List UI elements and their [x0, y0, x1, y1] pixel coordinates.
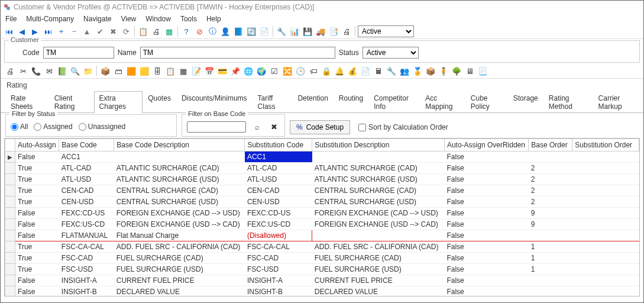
book2-icon[interactable]: 📗 [56, 65, 68, 77]
menu-view[interactable]: View [121, 15, 136, 23]
menu-file[interactable]: File [5, 15, 17, 23]
flow-icon[interactable]: 🔀 [281, 65, 293, 77]
menu-navigate[interactable]: Navigate [83, 15, 111, 23]
filter-clear-icon[interactable]: ✖ [269, 121, 280, 133]
tab-rating-method[interactable]: Rating Method [543, 91, 593, 113]
tab-detention[interactable]: Detention [292, 91, 333, 113]
menu-multi-company[interactable]: Multi-Company [26, 15, 74, 23]
status-filter-combo[interactable]: Active [358, 25, 414, 37]
globe2-icon[interactable]: 🌍 [255, 65, 267, 77]
table-row[interactable]: FalseFLATMANUALFlat Manual Charge(Disall… [5, 230, 639, 241]
tab-routing[interactable]: Routing [334, 91, 368, 113]
box1-icon[interactable]: 📦 [99, 65, 111, 77]
tools-icon[interactable]: 🔧 [276, 25, 287, 37]
monitor-icon[interactable]: ▦ [163, 25, 175, 37]
badge-icon[interactable]: 🏅 [412, 65, 423, 77]
tree-icon[interactable]: 🌳 [451, 65, 462, 77]
col-substitution-order[interactable]: Substitution Order [572, 139, 639, 152]
table-row[interactable]: TrueATL-USDATLANTIC SURCHARGE (USD)ATL-U… [5, 174, 639, 185]
col-substitution-code[interactable]: Substitution Code [245, 139, 312, 152]
globe-icon[interactable]: 🌐 [242, 65, 254, 77]
card-icon[interactable]: 💳 [216, 65, 228, 77]
tab-acc-mapping[interactable]: Acc Mapping [420, 91, 465, 113]
table-row[interactable]: TrueFSC-CA-CALADD. FUEL SRC - CALIFORNIA… [5, 241, 639, 253]
box2-icon[interactable]: 🗃 [112, 65, 124, 77]
next-record-icon[interactable]: ▶ [29, 25, 41, 37]
table-row[interactable]: TrueATL-CADATLANTIC SURCHARGE (CAD)ATL-C… [5, 163, 639, 174]
pin-icon[interactable]: 📌 [229, 65, 241, 77]
print-tool-icon[interactable]: 🖨 [4, 65, 16, 77]
list-icon[interactable]: 📋 [164, 65, 176, 77]
tab-extra-charges[interactable]: Extra Charges [94, 91, 143, 113]
lock-icon[interactable]: 🔒 [321, 65, 332, 77]
table-row[interactable]: TrueCEN-USDCENTRAL SURCHARGE (USD)CEN-US… [5, 196, 639, 208]
help-icon[interactable]: ? [180, 25, 192, 37]
info-icon[interactable]: ⓘ [206, 25, 218, 37]
tab-competitor-info[interactable]: Competitor Info [368, 91, 420, 113]
tab-storage[interactable]: Storage [508, 91, 543, 113]
code-input[interactable] [43, 47, 114, 59]
refresh2-icon[interactable]: 🔄 [245, 25, 257, 37]
users-icon[interactable]: 👥 [399, 65, 410, 77]
screen-icon[interactable]: 🖥 [464, 65, 475, 77]
status-combo[interactable]: Active [363, 47, 419, 59]
filter-apply-icon[interactable]: ⌕ [252, 121, 263, 133]
envelope-icon[interactable]: ✉ [43, 65, 55, 77]
remove-icon[interactable]: － [68, 25, 80, 37]
check-icon[interactable]: ✔ [94, 25, 106, 37]
col-auto-assign[interactable]: Auto-Assign [15, 139, 59, 152]
box5-icon[interactable]: 📦 [425, 65, 436, 77]
table-row[interactable]: FalseFEXC:CD-USFOREIGN EXCHANGE (CAD -->… [5, 208, 639, 219]
tab-carrier-markup[interactable]: Carrier Markup [593, 91, 643, 113]
table-row[interactable]: TrueCEN-CADCENTRAL SURCHARGE (CAD)CEN-CA… [5, 185, 639, 196]
edit-icon[interactable]: ▲ [81, 25, 93, 37]
cut-icon[interactable]: ✂ [17, 65, 29, 77]
table-row[interactable]: FalseFEXC:US-CDFOREIGN EXCHANGE (USD -->… [5, 219, 639, 230]
col-base-code-description[interactable]: Base Code Description [114, 139, 245, 152]
name-input[interactable] [140, 47, 335, 59]
bell-icon[interactable]: 🔔 [334, 65, 345, 77]
table-row[interactable]: FalseINSIGHT-BDECLARED VALUEINSIGHT-BDEC… [5, 286, 639, 297]
grid-icon[interactable]: ▦ [177, 65, 189, 77]
db-icon[interactable]: 🗄 [151, 65, 163, 77]
table-row[interactable]: FalseINSIGHT-ACURRENT FUEL PRICEINSIGHT-… [5, 275, 639, 286]
doc2-icon[interactable]: 📃 [477, 65, 488, 77]
table-row[interactable]: TrueFSC-CADFUEL SURCHARGE (CAD)FSC-CADFU… [5, 253, 639, 264]
cancel-changes-icon[interactable]: ⊘ [193, 25, 205, 37]
phone-icon[interactable]: 📞 [30, 65, 42, 77]
user2-icon[interactable]: 🧍 [438, 65, 449, 77]
page-icon[interactable]: 📄 [360, 65, 371, 77]
menu-tools[interactable]: Tools [180, 15, 197, 23]
col-base-order[interactable]: Base Order [529, 139, 572, 152]
code-setup-button[interactable]: % Code Setup [290, 120, 350, 134]
refresh-icon[interactable]: ⟳ [120, 25, 132, 37]
truck-icon[interactable]: 🚚 [315, 25, 326, 37]
prev-record-icon[interactable]: ◀ [16, 25, 28, 37]
chart-icon[interactable]: 📊 [289, 25, 300, 37]
print-icon[interactable]: 🖨 [150, 25, 162, 37]
table-row[interactable]: ▶FalseACC1ACC1False [5, 152, 639, 163]
book-icon[interactable]: 📘 [232, 25, 244, 37]
clock-icon[interactable]: 🕒 [295, 65, 306, 77]
extra-charges-grid[interactable]: Auto-AssignBase CodeBase Code Descriptio… [5, 138, 639, 296]
last-record-icon[interactable]: ⏭ [42, 25, 54, 37]
printer2-icon[interactable]: 🖨 [341, 25, 352, 37]
tab-tariff-class[interactable]: Tariff Class [253, 91, 293, 113]
search-icon[interactable]: 🔍 [69, 65, 81, 77]
tab-cube-policy[interactable]: Cube Policy [465, 91, 508, 113]
col-base-code[interactable]: Base Code [59, 139, 114, 152]
clipboard-icon[interactable]: 📄 [258, 25, 270, 37]
check-list-icon[interactable]: ☑ [268, 65, 280, 77]
radio-all[interactable]: All [11, 123, 28, 131]
note-icon[interactable]: 📝 [190, 65, 202, 77]
first-record-icon[interactable]: ⏮ [3, 25, 15, 37]
report-icon[interactable]: 📑 [328, 25, 339, 37]
folder-icon[interactable]: 📁 [82, 65, 94, 77]
box4-icon[interactable]: 🟨 [138, 65, 150, 77]
copy-icon[interactable]: 📋 [137, 25, 149, 37]
col-auto-assign-overridden[interactable]: Auto-Assign OverRidden [444, 139, 528, 152]
calc-icon[interactable]: 🖩 [373, 65, 384, 77]
user-icon[interactable]: 👤 [219, 25, 231, 37]
filter-base-input[interactable] [187, 121, 246, 133]
calendar-icon[interactable]: 📅 [203, 65, 215, 77]
